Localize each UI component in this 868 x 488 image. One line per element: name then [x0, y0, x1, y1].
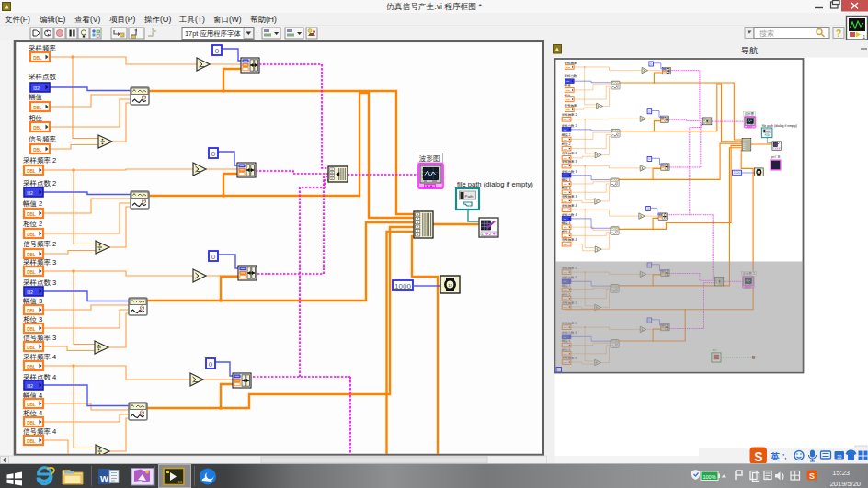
svg-text:pt# B: pt# B	[771, 154, 781, 159]
svg-text:13: 13	[178, 480, 183, 484]
svg-text:项目(P): 项目(P)	[109, 15, 136, 24]
svg-text:100%: 100%	[702, 474, 715, 480]
svg-text:仿真信号产生.vi 程序框图 *: 仿真信号产生.vi 程序框图 *	[385, 2, 482, 11]
svg-text:窗口(W): 窗口(W)	[213, 15, 242, 24]
svg-text:搜索: 搜索	[760, 29, 774, 38]
svg-text:工具(T): 工具(T)	[178, 15, 205, 24]
svg-text:S: S	[754, 449, 762, 464]
svg-text:英: 英	[771, 451, 780, 461]
svg-text:30: 30	[837, 455, 842, 460]
svg-text:帮助(H): 帮助(H)	[250, 15, 277, 24]
svg-text:2019/5/20: 2019/5/20	[830, 480, 861, 488]
svg-text:编辑(E): 编辑(E)	[40, 15, 66, 24]
svg-text:’,: ’,	[782, 452, 786, 460]
svg-text:S: S	[809, 471, 815, 481]
svg-text:操作(O): 操作(O)	[143, 15, 171, 24]
svg-text:查看(V): 查看(V)	[74, 15, 101, 24]
svg-text:文件(F): 文件(F)	[5, 15, 30, 24]
svg-text:导航: 导航	[741, 46, 758, 55]
svg-text:15:23: 15:23	[832, 469, 850, 477]
svg-text:17pt 应用程序字体: 17pt 应用程序字体	[185, 29, 241, 38]
svg-text:W: W	[100, 473, 108, 483]
svg-text:?: ?	[836, 28, 841, 39]
